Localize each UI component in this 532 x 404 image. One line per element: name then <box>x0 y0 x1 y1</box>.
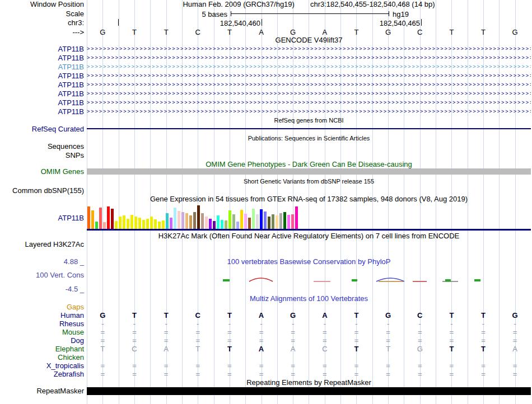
gtex-bar[interactable] <box>295 206 298 229</box>
gtex-bar[interactable] <box>95 222 98 229</box>
multiz-species-label[interactable]: Zebrafish <box>0 370 84 378</box>
transcript-intron-arrows[interactable]: >>>>>>>>>>>>>>>>>>>>>>>>>>>>>>>>>>>>>>>>… <box>87 99 531 106</box>
gtex-bar[interactable] <box>142 220 145 229</box>
alignment-base: - <box>499 320 531 328</box>
multiz-species-label[interactable]: Chicken <box>0 354 84 361</box>
multiz-species-label[interactable]: Elephant <box>0 345 84 353</box>
label-layered-h3k27ac[interactable]: Layered H3K27Ac <box>0 241 84 248</box>
gtex-bar[interactable] <box>174 208 176 229</box>
gtex-bar[interactable] <box>201 213 204 229</box>
transcript-intron-arrows[interactable]: >>>>>>>>>>>>>>>>>>>>>>>>>>>>>>>>>>>>>>>>… <box>87 72 531 79</box>
transcript-intron-arrows[interactable]: >>>>>>>>>>>>>>>>>>>>>>>>>>>>>>>>>>>>>>>>… <box>87 45 531 53</box>
gencode-gene-label[interactable]: ATP11B <box>0 99 84 106</box>
gtex-bar[interactable] <box>268 217 270 229</box>
label-gaps[interactable]: Gaps <box>0 303 84 311</box>
gtex-bar[interactable] <box>115 221 118 229</box>
gtex-bar[interactable] <box>103 222 106 229</box>
gtex-bar[interactable] <box>272 214 274 229</box>
phylop-conservation-track[interactable] <box>87 267 531 288</box>
gtex-bar[interactable] <box>287 215 290 229</box>
gtex-bar[interactable] <box>193 212 196 229</box>
gtex-expression-bars[interactable] <box>87 206 298 229</box>
gencode-gene-label[interactable]: ATP11B <box>0 45 84 53</box>
gtex-bar[interactable] <box>209 219 212 229</box>
gtex-bar[interactable] <box>138 218 141 229</box>
transcript-intron-arrows[interactable]: >>>>>>>>>>>>>>>>>>>>>>>>>>>>>>>>>>>>>>>>… <box>87 108 531 115</box>
gtex-bar[interactable] <box>111 209 114 229</box>
gtex-bar[interactable] <box>99 208 102 229</box>
gtex-bar[interactable] <box>291 214 294 229</box>
gtex-bar[interactable] <box>189 215 192 229</box>
refseq-curated-feature[interactable] <box>87 128 531 129</box>
repeatmasker-feature[interactable] <box>87 387 531 395</box>
gtex-bar[interactable] <box>260 209 263 229</box>
label-vert-cons[interactable]: 100 Vert. Cons <box>0 271 84 279</box>
gtex-bar[interactable] <box>225 220 227 229</box>
label-gtex-gene[interactable]: ATP11B <box>0 214 84 222</box>
base-letter: A <box>309 29 341 36</box>
gencode-gene-label[interactable]: ATP11B <box>0 63 84 71</box>
base-letter: T <box>436 29 468 36</box>
gtex-bar[interactable] <box>119 217 122 229</box>
gtex-bar[interactable] <box>130 215 133 229</box>
gtex-bar[interactable] <box>185 213 188 229</box>
gtex-bar[interactable] <box>244 214 247 229</box>
gtex-bar[interactable] <box>91 210 94 229</box>
transcript-intron-arrows[interactable]: >>>>>>>>>>>>>>>>>>>>>>>>>>>>>>>>>>>>>>>>… <box>87 90 531 97</box>
label-common-dbsnp[interactable]: Common dbSNP(155) <box>0 187 84 194</box>
gtex-bar[interactable] <box>221 220 223 229</box>
gtex-bar[interactable] <box>228 210 231 229</box>
gencode-gene-label[interactable]: ATP11B <box>0 108 84 115</box>
gtex-bar[interactable] <box>146 219 149 229</box>
gtex-bar[interactable] <box>158 222 161 229</box>
gencode-gene-label[interactable]: ATP11B <box>0 54 84 62</box>
gtex-bar[interactable] <box>127 219 129 229</box>
label-omim-genes[interactable]: OMIM Genes <box>0 168 84 175</box>
gtex-bar[interactable] <box>197 205 200 229</box>
gtex-bar[interactable] <box>236 222 239 229</box>
multiz-species-label[interactable]: Human <box>0 312 84 319</box>
transcript-intron-arrows[interactable]: >>>>>>>>>>>>>>>>>>>>>>>>>>>>>>>>>>>>>>>>… <box>87 54 531 62</box>
gtex-bar[interactable] <box>276 215 278 229</box>
gtex-bar[interactable] <box>252 209 255 229</box>
multiz-species-label[interactable]: Rhesus <box>0 320 84 327</box>
gtex-bar[interactable] <box>213 221 216 229</box>
multiz-species-label[interactable]: X_tropicalis <box>0 362 84 369</box>
multiz-species-label[interactable]: Mouse <box>0 328 84 336</box>
gtex-bar[interactable] <box>123 215 125 229</box>
base-letter: G <box>87 29 119 36</box>
gtex-bar[interactable] <box>166 213 169 229</box>
gtex-bar[interactable] <box>279 213 282 229</box>
gtex-bar[interactable] <box>150 217 153 229</box>
gtex-bar[interactable] <box>264 212 267 229</box>
gtex-bar[interactable] <box>181 212 184 229</box>
gtex-bar[interactable] <box>248 218 251 229</box>
gtex-bar[interactable] <box>170 218 172 229</box>
label-repeatmasker[interactable]: RepeatMasker <box>0 387 84 394</box>
omim-gene-feature[interactable] <box>87 168 531 175</box>
multiz-species-label[interactable]: Dog <box>0 337 84 344</box>
gtex-bar[interactable] <box>154 219 157 229</box>
gtex-bar[interactable] <box>217 215 220 229</box>
gtex-bar[interactable] <box>283 212 286 229</box>
gencode-gene-label[interactable]: ATP11B <box>0 81 84 88</box>
gtex-bar[interactable] <box>134 217 137 229</box>
gtex-bar[interactable] <box>107 206 110 229</box>
gtex-bar[interactable] <box>178 211 180 229</box>
gtex-bar[interactable] <box>205 217 208 229</box>
label-sequences[interactable]: Sequences <box>0 143 84 150</box>
transcript-intron-arrows[interactable]: >>>>>>>>>>>>>>>>>>>>>>>>>>>>>>>>>>>>>>>>… <box>87 81 531 88</box>
base-letter: T <box>468 29 500 36</box>
alignment-base: = <box>468 370 500 378</box>
alignment-base: = <box>119 328 151 336</box>
gtex-bar[interactable] <box>232 214 235 229</box>
gtex-bar[interactable] <box>87 206 90 229</box>
gencode-gene-label[interactable]: ATP11B <box>0 72 84 79</box>
gtex-bar[interactable] <box>240 210 243 229</box>
label-snps[interactable]: SNPs <box>0 152 84 159</box>
label-refseq-curated[interactable]: RefSeq Curated <box>0 125 84 133</box>
gencode-gene-label[interactable]: ATP11B <box>0 90 84 97</box>
gtex-bar[interactable] <box>162 220 165 229</box>
gtex-bar[interactable] <box>256 214 259 229</box>
transcript-intron-arrows[interactable]: >>>>>>>>>>>>>>>>>>>>>>>>>>>>>>>>>>>>>>>>… <box>87 63 531 71</box>
